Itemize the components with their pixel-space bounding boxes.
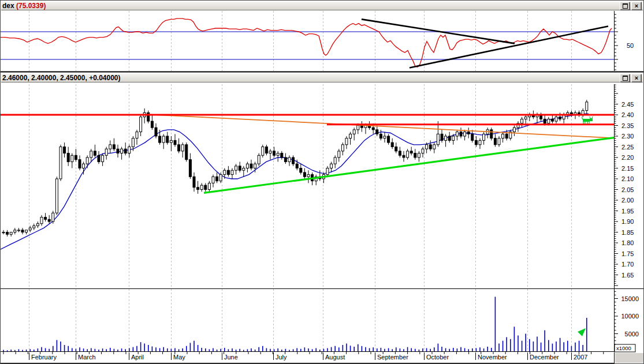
- month-gridlines: [29, 11, 572, 351]
- indicator-pane-titlebar[interactable]: dex (75.0339) ×: [1, 1, 643, 10]
- svg-text:1.70: 1.70: [621, 261, 634, 268]
- bull-icon: [582, 117, 593, 125]
- price-pane-titlebar[interactable]: 2.46000, 2.40000, 2.45000, +0.04000) ×: [1, 73, 643, 82]
- candlestick-series: [2, 100, 588, 237]
- svg-text:1.95: 1.95: [621, 208, 634, 215]
- price-readout: 2.46000, 2.40000, 2.45000, +0.04000): [2, 74, 121, 82]
- svg-text:2.00: 2.00: [621, 197, 634, 204]
- svg-text:5000: 5000: [625, 331, 639, 337]
- chart-canvas: 502.452.402.352.302.252.202.152.102.052.…: [1, 1, 643, 363]
- svg-text:2.45: 2.45: [621, 101, 634, 108]
- time-axis: FebruaryMarchAprilMayJuneJulyAugustSepte…: [3, 351, 604, 361]
- svg-text:2.05: 2.05: [621, 186, 634, 193]
- indicator-pane: [1, 18, 614, 67]
- svg-text:February: February: [31, 354, 57, 361]
- svg-text:June: June: [224, 354, 238, 361]
- svg-text:10000: 10000: [621, 313, 639, 320]
- svg-text:2.15: 2.15: [621, 165, 634, 172]
- close-icon: ×: [635, 3, 638, 9]
- svg-text:2.10: 2.10: [621, 175, 634, 182]
- price-axis: 2.452.402.352.302.252.202.152.102.052.00…: [614, 84, 634, 288]
- svg-text:March: March: [78, 354, 96, 361]
- maximize-button[interactable]: [620, 2, 630, 10]
- svg-text:2007: 2007: [574, 354, 587, 361]
- up-arrow-icon: [575, 328, 586, 339]
- svg-text:2.40: 2.40: [621, 111, 634, 118]
- svg-text:15000: 15000: [621, 295, 639, 302]
- indicator-value: (75.0339): [16, 2, 46, 10]
- svg-text:2.20: 2.20: [621, 154, 634, 161]
- svg-text:September: September: [377, 354, 408, 361]
- svg-text:August: August: [325, 354, 345, 361]
- indicator-axis: 50: [614, 11, 634, 71]
- svg-text:1.80: 1.80: [621, 239, 634, 246]
- svg-text:November: November: [478, 354, 507, 361]
- window-chrome-fill: [615, 353, 643, 363]
- svg-text:October: October: [426, 354, 449, 361]
- svg-text:May: May: [173, 354, 185, 361]
- svg-text:2.25: 2.25: [621, 144, 634, 151]
- svg-text:50: 50: [627, 42, 634, 49]
- svg-text:2.30: 2.30: [621, 133, 634, 140]
- volume-axis: 15000100005000: [614, 289, 639, 351]
- maximize-button[interactable]: [620, 74, 630, 82]
- svg-text:April: April: [131, 354, 144, 361]
- chart-application-window: 502.452.402.352.302.252.202.152.102.052.…: [0, 0, 644, 364]
- svg-text:July: July: [276, 354, 287, 361]
- indicator-pane-title: dex (75.0339): [2, 2, 46, 10]
- svg-text:2.35: 2.35: [621, 122, 634, 129]
- svg-text:1.90: 1.90: [621, 218, 634, 225]
- volume-unit-box: x1000: [615, 344, 635, 352]
- close-button[interactable]: ×: [631, 74, 642, 82]
- svg-text:1.85: 1.85: [621, 229, 634, 236]
- volume-pane: [3, 297, 587, 351]
- svg-text:1.65: 1.65: [621, 272, 634, 279]
- svg-text:x1000: x1000: [616, 345, 631, 351]
- close-icon: ×: [635, 75, 638, 81]
- close-button[interactable]: ×: [631, 2, 642, 10]
- svg-text:December: December: [530, 354, 559, 361]
- maximize-icon: [623, 3, 628, 9]
- svg-text:1.75: 1.75: [621, 250, 634, 257]
- maximize-icon: [623, 76, 628, 81]
